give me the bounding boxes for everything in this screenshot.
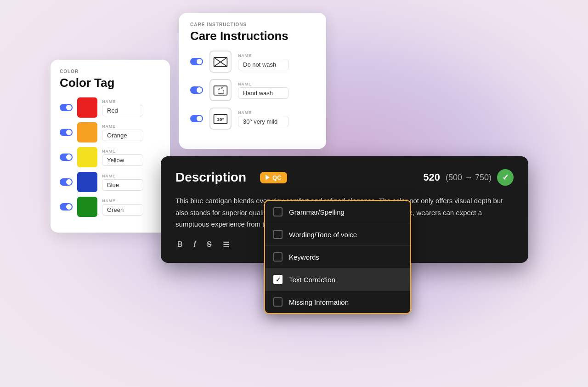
check-badge <box>497 169 514 186</box>
field-label-no-wash: NAME <box>238 53 288 58</box>
swatch-green <box>77 197 97 217</box>
menu-label-keywords: Keywords <box>289 253 319 261</box>
field-input-yellow[interactable] <box>102 154 143 166</box>
swatch-red <box>77 97 97 118</box>
color-field-blue: NAME <box>102 174 143 191</box>
care-name-hand-wash: NAME <box>238 82 288 99</box>
menu-label-wording: Wording/Tone of voice <box>289 231 357 239</box>
field-label-30-wash: NAME <box>238 110 288 115</box>
color-tag-title: Color Tag <box>60 76 161 90</box>
color-row-green: NAME <box>60 197 161 217</box>
dropdown-menu: Grammar/Spelling Wording/Tone of voice K… <box>264 200 411 314</box>
color-tag-card: COLOR Color Tag NAME NAME NAME NAME <box>51 60 170 233</box>
checkbox-grammar[interactable] <box>273 207 283 216</box>
field-input-no-wash[interactable] <box>238 59 288 70</box>
checkbox-text-correction[interactable] <box>273 275 283 284</box>
field-label-blue: NAME <box>102 174 143 178</box>
toggle-30-wash[interactable] <box>190 115 203 122</box>
qc-play-icon <box>266 175 270 180</box>
qc-badge[interactable]: QC <box>260 172 287 183</box>
toggle-red[interactable] <box>60 104 73 111</box>
field-input-green[interactable] <box>102 204 143 216</box>
toggle-blue[interactable] <box>60 178 73 186</box>
care-name-no-wash: NAME <box>238 53 288 70</box>
color-tag-label: COLOR <box>60 69 161 74</box>
care-card-title: Care Instructions <box>190 29 315 43</box>
toggle-yellow[interactable] <box>60 154 73 161</box>
color-row-blue: NAME <box>60 172 161 192</box>
menu-item-missing-info[interactable]: Missing Information <box>265 291 410 313</box>
checkbox-keywords[interactable] <box>273 252 283 262</box>
care-row-no-wash: NAME <box>190 51 315 73</box>
field-label-yellow: NAME <box>102 149 143 154</box>
description-header-left: Description QC <box>175 170 287 185</box>
swatch-blue <box>77 172 97 192</box>
field-label-orange: NAME <box>102 124 143 129</box>
field-input-orange[interactable] <box>102 130 143 141</box>
field-label-red: NAME <box>102 99 143 104</box>
swatch-yellow <box>77 147 97 167</box>
field-label-hand-wash: NAME <box>238 82 288 86</box>
field-input-red[interactable] <box>102 105 143 116</box>
color-field-green: NAME <box>102 199 143 216</box>
color-field-yellow: NAME <box>102 149 143 166</box>
menu-label-text-correction: Text Correction <box>289 276 335 284</box>
care-instructions-card: CARE INSTRUCTIONS Care Instructions NAME <box>179 13 326 149</box>
field-input-hand-wash[interactable] <box>238 87 288 99</box>
bold-button[interactable]: B <box>175 239 185 250</box>
field-label-green: NAME <box>102 199 143 203</box>
svg-text:30°: 30° <box>217 117 224 122</box>
care-name-30-wash: NAME <box>238 110 288 127</box>
color-row-orange: NAME <box>60 122 161 142</box>
toggle-no-wash[interactable] <box>190 58 203 65</box>
list-button[interactable]: ☰ <box>221 239 231 250</box>
color-row-red: NAME <box>60 97 161 118</box>
toggle-orange[interactable] <box>60 129 73 136</box>
menu-item-grammar[interactable]: Grammar/Spelling <box>265 201 410 223</box>
checkbox-wording[interactable] <box>273 230 283 239</box>
color-field-orange: NAME <box>102 124 143 141</box>
field-input-blue[interactable] <box>102 179 143 191</box>
toggle-green[interactable] <box>60 203 73 211</box>
menu-item-text-correction[interactable]: Text Correction <box>265 268 410 291</box>
color-row-yellow: NAME <box>60 147 161 167</box>
menu-label-missing-info: Missing Information <box>289 298 349 306</box>
description-title: Description <box>175 170 246 185</box>
description-header-right: 520 (500 → 750) <box>423 169 514 186</box>
svg-rect-3 <box>214 86 227 95</box>
care-card-label: CARE INSTRUCTIONS <box>190 22 315 27</box>
checkbox-missing-info[interactable] <box>273 297 283 307</box>
menu-item-keywords[interactable]: Keywords <box>265 246 410 268</box>
field-input-30-wash[interactable] <box>238 116 288 127</box>
menu-label-grammar: Grammar/Spelling <box>289 208 345 216</box>
30-wash-icon: 30° <box>209 108 232 130</box>
qc-label: QC <box>272 174 282 181</box>
care-row-30-wash: 30° NAME <box>190 108 315 130</box>
color-field-red: NAME <box>102 99 143 116</box>
strikethrough-button[interactable]: S <box>205 239 214 250</box>
word-range: (500 → 750) <box>446 173 492 182</box>
description-header: Description QC 520 (500 → 750) <box>175 169 514 186</box>
italic-button[interactable]: I <box>192 239 198 250</box>
word-count: 520 <box>423 171 440 183</box>
care-row-hand-wash: NAME <box>190 79 315 101</box>
hand-wash-icon <box>209 79 232 101</box>
toggle-hand-wash[interactable] <box>190 86 203 94</box>
no-wash-icon <box>209 51 232 73</box>
swatch-orange <box>77 122 97 142</box>
menu-item-wording[interactable]: Wording/Tone of voice <box>265 223 410 246</box>
